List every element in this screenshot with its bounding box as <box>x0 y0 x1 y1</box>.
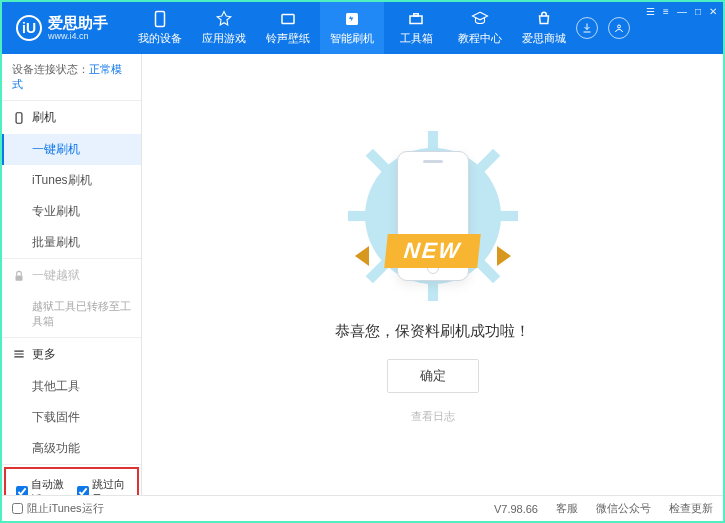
brand-name: 爱思助手 <box>48 15 108 32</box>
nav-my-device[interactable]: 我的设备 <box>128 2 192 54</box>
sidebar-item-pro-flash[interactable]: 专业刷机 <box>2 196 141 227</box>
lock-icon <box>12 269 26 283</box>
top-nav: 我的设备 应用游戏 铃声壁纸 智能刷机 工具箱 教程中心 爱思商城 <box>128 2 576 54</box>
svg-rect-4 <box>414 14 419 16</box>
sidebar-head-jailbreak: 一键越狱 <box>2 259 141 292</box>
sidebar: 设备连接状态：正常模式 刷机 一键刷机 iTunes刷机 专业刷机 批量刷机 一… <box>2 54 142 495</box>
maximize-icon[interactable]: □ <box>695 6 701 17</box>
sidebar-head-label: 刷机 <box>32 109 56 126</box>
sidebar-item-oneclick-flash[interactable]: 一键刷机 <box>2 134 141 165</box>
version-label: V7.98.66 <box>494 503 538 515</box>
svg-rect-7 <box>16 275 23 280</box>
nav-smart-flash[interactable]: 智能刷机 <box>320 2 384 54</box>
nav-label: 教程中心 <box>458 31 502 46</box>
sidebar-item-advanced[interactable]: 高级功能 <box>2 433 141 464</box>
check-update-link[interactable]: 检查更新 <box>669 501 713 516</box>
svg-rect-0 <box>156 12 165 27</box>
sidebar-item-itunes-flash[interactable]: iTunes刷机 <box>2 165 141 196</box>
service-link[interactable]: 客服 <box>556 501 578 516</box>
nav-tutorials[interactable]: 教程中心 <box>448 2 512 54</box>
minimize-icon[interactable]: — <box>677 6 687 17</box>
svg-line-14 <box>369 152 386 169</box>
close-icon[interactable]: ✕ <box>709 6 717 17</box>
settings-icon[interactable]: ≡ <box>663 6 669 17</box>
success-message: 恭喜您，保资料刷机成功啦！ <box>335 322 530 341</box>
svg-line-17 <box>479 152 496 169</box>
ok-button[interactable]: 确定 <box>387 359 479 393</box>
svg-line-16 <box>369 262 386 279</box>
logo-icon: iU <box>16 15 42 41</box>
sidebar-head-label: 一键越狱 <box>32 267 80 284</box>
svg-point-5 <box>618 25 621 28</box>
brand-url: www.i4.cn <box>48 31 108 41</box>
nav-label: 工具箱 <box>400 31 433 46</box>
user-button[interactable] <box>608 17 630 39</box>
nav-label: 我的设备 <box>138 31 182 46</box>
ribbon-end <box>355 246 369 266</box>
wechat-link[interactable]: 微信公众号 <box>596 501 651 516</box>
sidebar-head-flash[interactable]: 刷机 <box>2 101 141 134</box>
window-controls: ☰ ≡ — □ ✕ <box>640 2 723 54</box>
svg-rect-3 <box>410 16 422 24</box>
titlebar: iU 爱思助手 www.i4.cn 我的设备 应用游戏 铃声壁纸 智能刷机 工具… <box>2 2 723 54</box>
sidebar-item-other-tools[interactable]: 其他工具 <box>2 371 141 402</box>
nav-label: 爱思商城 <box>522 31 566 46</box>
nav-toolbox[interactable]: 工具箱 <box>384 2 448 54</box>
svg-line-15 <box>479 262 496 279</box>
nav-apps[interactable]: 应用游戏 <box>192 2 256 54</box>
footer: 阻止iTunes运行 V7.98.66 客服 微信公众号 检查更新 <box>2 495 723 521</box>
brand: iU 爱思助手 www.i4.cn <box>2 15 128 42</box>
checkbox-label: 跳过向导 <box>92 477 128 495</box>
flash-options: 自动激活 跳过向导 <box>4 467 139 495</box>
auto-activate-checkbox[interactable]: 自动激活 <box>16 477 67 495</box>
download-button[interactable] <box>576 17 598 39</box>
sidebar-jailbreak-note: 越狱工具已转移至工具箱 <box>2 292 141 337</box>
skip-guide-checkbox[interactable]: 跳过向导 <box>77 477 128 495</box>
ribbon-end <box>497 246 511 266</box>
nav-ringtones[interactable]: 铃声壁纸 <box>256 2 320 54</box>
nav-label: 应用游戏 <box>202 31 246 46</box>
nav-label: 智能刷机 <box>330 31 374 46</box>
conn-label: 设备连接状态： <box>12 63 89 75</box>
success-illustration: NEW <box>343 126 523 306</box>
new-banner: NEW <box>384 234 481 268</box>
header-actions <box>576 17 640 39</box>
connection-status: 设备连接状态：正常模式 <box>2 54 141 101</box>
nav-label: 铃声壁纸 <box>266 31 310 46</box>
sidebar-head-more[interactable]: 更多 <box>2 338 141 371</box>
checkbox-label: 阻止iTunes运行 <box>27 501 104 516</box>
block-itunes-checkbox[interactable]: 阻止iTunes运行 <box>12 501 104 516</box>
menu-icon[interactable]: ☰ <box>646 6 655 17</box>
sidebar-item-batch-flash[interactable]: 批量刷机 <box>2 227 141 258</box>
sidebar-item-download-firmware[interactable]: 下载固件 <box>2 402 141 433</box>
svg-rect-1 <box>282 15 294 24</box>
nav-store[interactable]: 爱思商城 <box>512 2 576 54</box>
svg-rect-6 <box>16 112 22 123</box>
sidebar-head-label: 更多 <box>32 346 56 363</box>
view-log-link[interactable]: 查看日志 <box>411 409 455 424</box>
checkbox-label: 自动激活 <box>31 477 67 495</box>
main-content: NEW 恭喜您，保资料刷机成功啦！ 确定 查看日志 <box>142 54 723 495</box>
